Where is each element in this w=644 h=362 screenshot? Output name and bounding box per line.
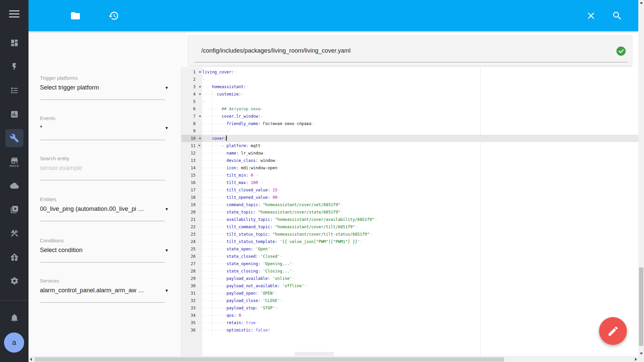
close-button[interactable]: [586, 10, 596, 21]
code-line[interactable]: ··········payload_stop:·'STOP'¬: [202, 304, 638, 312]
line-number[interactable]: 16: [181, 179, 202, 186]
sidebar-item-dashboard[interactable]: [0, 31, 29, 55]
code-line[interactable]: ··········icon:·mdi:window-open¬: [202, 164, 638, 172]
field-select[interactable]: Select trigger platform: [40, 84, 160, 91]
line-number[interactable]: 1▼: [181, 68, 202, 76]
line-number[interactable]: 17: [181, 186, 202, 194]
line-number[interactable]: 21: [181, 216, 202, 223]
code-line[interactable]: ······customize:¬: [202, 90, 638, 98]
code-line[interactable]: ··········command_topic:·"homeassistant/…: [202, 201, 638, 208]
file-path-input[interactable]: /config/includes/packages/living_room/li…: [201, 47, 351, 54]
field-select[interactable]: *: [40, 124, 160, 131]
code-line[interactable]: ··········state_opening:·'Opening...'¬: [202, 260, 638, 267]
line-number[interactable]: 13: [181, 157, 202, 164]
entity-search-input[interactable]: sensor.example: [40, 165, 160, 172]
line-number[interactable]: 3▼: [181, 83, 202, 90]
dropdown-arrow-icon[interactable]: ▼: [165, 85, 169, 90]
fold-arrow-icon[interactable]: ▼: [199, 113, 201, 120]
editor-hscroll-thumb[interactable]: [294, 352, 334, 356]
scroll-down-arrow[interactable]: [640, 353, 643, 355]
line-number[interactable]: 29: [181, 275, 202, 282]
line-number[interactable]: 5: [181, 98, 202, 105]
line-number[interactable]: 15: [181, 172, 202, 179]
hscroll-thumb[interactable]: [35, 357, 504, 362]
code-line[interactable]: ··········friendly_name:·Гостиная·окно·с…: [202, 120, 638, 127]
code-line[interactable]: ··········payload_not_available:·'offlin…: [202, 282, 638, 290]
line-number[interactable]: 11▼: [181, 142, 202, 149]
fold-box-icon[interactable]: ▼: [198, 143, 201, 148]
code-line[interactable]: ··········state_closing:·'Closing...'¬: [202, 267, 638, 275]
line-number[interactable]: 24: [181, 238, 202, 245]
code-line[interactable]: ··········retain:·true¬: [202, 319, 638, 326]
code-line[interactable]: ··········qos:·0¬: [202, 312, 638, 319]
code-line[interactable]: ··········tilt_min:·0·¬: [202, 172, 638, 179]
menu-icon[interactable]: [9, 10, 19, 18]
code-line[interactable]: ··········tilt_closed_value:·15¬: [202, 186, 638, 194]
folder-button[interactable]: [70, 10, 81, 21]
code-line[interactable]: ····cover:¬: [202, 135, 638, 142]
dropdown-arrow-icon[interactable]: ▼: [165, 248, 169, 253]
code-line[interactable]: living_cover:¬: [202, 68, 638, 76]
line-number[interactable]: 28: [181, 267, 202, 275]
fold-arrow-icon[interactable]: ▼: [199, 83, 201, 90]
code-line[interactable]: ········##·Актуатор·окна¬: [202, 105, 638, 113]
line-number[interactable]: 4▼: [181, 90, 202, 98]
search-button[interactable]: [612, 10, 623, 21]
code-line[interactable]: ········cover.lr_window:¬: [202, 113, 638, 120]
line-number[interactable]: 31: [181, 290, 202, 297]
edit-fab-button[interactable]: [599, 317, 627, 345]
line-number[interactable]: 9: [181, 127, 202, 135]
sidebar-item-configurator[interactable]: [0, 126, 29, 150]
code-line[interactable]: ··········name:·lr_window¬: [202, 149, 638, 157]
line-number[interactable]: 22: [181, 223, 202, 231]
code-line[interactable]: ¬: [202, 98, 638, 105]
code-line[interactable]: ··········optimistic:·false¶: [202, 326, 638, 334]
code-line[interactable]: ··········device_class:·window¬: [202, 157, 638, 164]
field-select[interactable]: alarm_control_panel.alarm_arm_aw …: [40, 287, 160, 294]
sidebar-item-media[interactable]: [0, 198, 29, 221]
code-line[interactable]: ··········payload_open:·'OPEN'¬: [202, 290, 638, 297]
sidebar-item-logbook[interactable]: [0, 79, 29, 102]
sidebar-item-supervisor[interactable]: [0, 245, 29, 269]
page-horizontal-scrollbar[interactable]: [29, 356, 638, 362]
dropdown-arrow-icon[interactable]: ▼: [165, 207, 169, 212]
line-number[interactable]: 6: [181, 105, 202, 113]
fold-arrow-icon[interactable]: ▼: [199, 68, 201, 76]
line-number[interactable]: 20: [181, 208, 202, 216]
line-number[interactable]: 8: [181, 120, 202, 127]
line-number[interactable]: 2: [181, 76, 202, 83]
code-line[interactable]: ··········state_closed:·'Closed'¬: [202, 253, 638, 260]
history-button[interactable]: [108, 10, 119, 21]
line-number[interactable]: 33: [181, 304, 202, 312]
line-number[interactable]: 35: [181, 319, 202, 326]
code-line[interactable]: ··········availability_topic:·"homeassis…: [202, 216, 638, 223]
code-line[interactable]: ····homeassistant:¬: [202, 83, 638, 90]
sidebar-item-history[interactable]: [0, 103, 29, 126]
line-number[interactable]: 27: [181, 260, 202, 267]
sidebar-item-hacs[interactable]: HACS: [0, 150, 29, 174]
line-number[interactable]: 7▼: [181, 113, 202, 120]
line-number[interactable]: 25: [181, 245, 202, 253]
line-number[interactable]: 36: [181, 326, 202, 334]
code-line[interactable]: ··········tilt_status_topic:·"homeassist…: [202, 231, 638, 238]
line-number[interactable]: 12: [181, 149, 202, 157]
fold-arrow-icon[interactable]: ▼: [199, 90, 201, 98]
code-line[interactable]: ··········tilt_command_topic:·"homeassis…: [202, 223, 638, 231]
code-line[interactable]: ··········state_topic:·"homeassistant/co…: [202, 208, 638, 216]
line-number[interactable]: 10▼: [181, 135, 202, 142]
fold-arrow-icon[interactable]: ▼: [199, 135, 201, 142]
vscroll-thumb[interactable]: [639, 267, 643, 346]
dropdown-arrow-icon[interactable]: ▼: [165, 126, 169, 130]
line-number[interactable]: 32: [181, 297, 202, 304]
page-vertical-scrollbar[interactable]: [638, 0, 644, 356]
scroll-up-arrow[interactable]: [640, 2, 643, 4]
sidebar-item-cloud[interactable]: [0, 174, 29, 197]
sidebar-item-automations[interactable]: [0, 55, 29, 78]
sidebar-item-developer-tools[interactable]: [0, 222, 29, 245]
field-select[interactable]: Select condition: [40, 247, 160, 254]
avatar[interactable]: a: [4, 333, 24, 353]
code-line[interactable]: ··········payload_available:·'online'¬: [202, 275, 638, 282]
code-line[interactable]: ··········payload_close:·'CLOSE'¬: [202, 297, 638, 304]
notifications-bell-icon[interactable]: [0, 306, 29, 329]
line-number[interactable]: 18: [181, 194, 202, 201]
